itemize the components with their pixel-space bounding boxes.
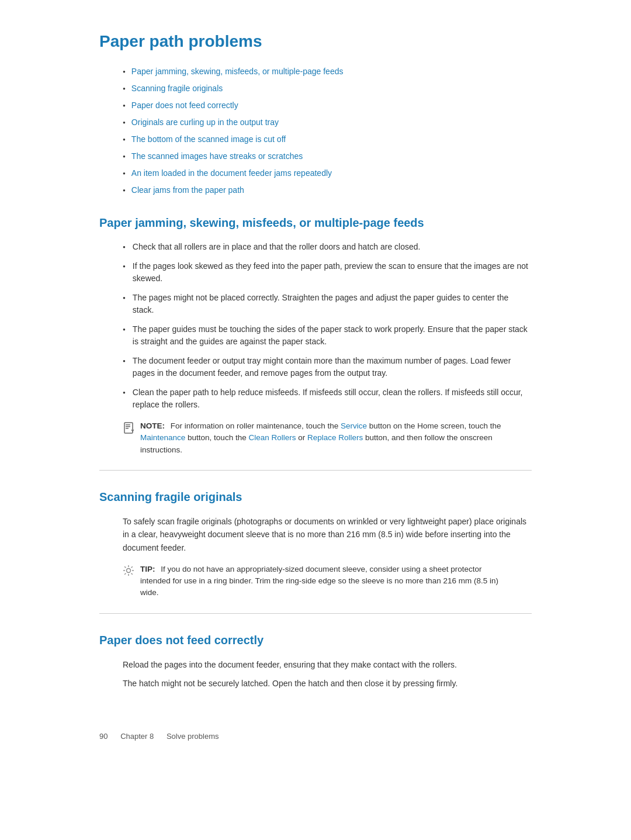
tip-sun-icon xyxy=(123,565,134,580)
bullet-text-2: If the pages look skewed as they feed in… xyxy=(133,260,532,285)
svg-rect-1 xyxy=(126,424,130,426)
toc-item-5: The bottom of the scanned image is cut o… xyxy=(123,133,532,146)
tip-inner: TIP: If you do not have an appropriately… xyxy=(123,564,508,599)
bullet-text-1: Check that all rollers are in place and … xyxy=(133,241,421,253)
note-label: NOTE: xyxy=(140,421,165,430)
tip-label: TIP: xyxy=(140,565,155,573)
note-text4: or xyxy=(298,433,307,442)
toc-link-2[interactable]: Scanning fragile originals xyxy=(131,82,223,95)
note-text3: button, touch the xyxy=(188,433,248,442)
section-title-scanning: Scanning fragile originals xyxy=(99,488,532,506)
svg-line-10 xyxy=(131,573,133,575)
footer-section: Solve problems xyxy=(167,732,219,741)
toc-item-1: Paper jamming, skewing, misfeeds, or mul… xyxy=(123,65,532,78)
footer-page-number: 90 xyxy=(99,732,108,741)
svg-line-9 xyxy=(124,566,126,568)
divider-1 xyxy=(99,470,532,471)
toc-link-7[interactable]: An item loaded in the document feeder ja… xyxy=(131,167,332,179)
svg-rect-0 xyxy=(124,423,133,433)
note-link-service[interactable]: Service xyxy=(341,421,367,430)
note-text2: button on the Home screen, touch the xyxy=(369,421,501,430)
bullet-item: Clean the paper path to help reduce misf… xyxy=(123,386,532,411)
note-inner: NOTE: For information on roller maintena… xyxy=(123,420,508,456)
toc-item-2: Scanning fragile originals xyxy=(123,82,532,95)
bullet-item: The document feeder or output tray might… xyxy=(123,355,532,379)
section-title-no-feed: Paper does not feed correctly xyxy=(99,631,532,649)
svg-rect-3 xyxy=(126,428,129,429)
toc-link-5[interactable]: The bottom of the scanned image is cut o… xyxy=(131,133,286,146)
no-feed-body2: The hatch might not be securely latched.… xyxy=(99,677,532,690)
toc-link-4[interactable]: Originals are curling up in the output t… xyxy=(131,116,279,129)
note-box: NOTE: For information on roller maintena… xyxy=(123,420,508,456)
svg-rect-2 xyxy=(126,426,130,427)
footer: 90 Chapter 8 Solve problems xyxy=(99,725,532,742)
svg-line-12 xyxy=(124,573,126,575)
toc-item-7: An item loaded in the document feeder ja… xyxy=(123,167,532,179)
note-content: NOTE: For information on roller maintena… xyxy=(140,420,508,456)
tip-content: TIP: If you do not have an appropriately… xyxy=(140,564,508,599)
note-link-replace-rollers[interactable]: Replace Rollers xyxy=(307,433,363,442)
jamming-bullet-list: Check that all rollers are in place and … xyxy=(99,241,532,411)
page-title: Paper path problems xyxy=(99,29,532,54)
toc-item-8: Clear jams from the paper path xyxy=(123,184,532,196)
bullet-item: The pages might not be placed correctly.… xyxy=(123,292,532,316)
bullet-item: If the pages look skewed as they feed in… xyxy=(123,260,532,285)
note-book-icon xyxy=(123,421,136,438)
no-feed-body1: Reload the pages into the document feede… xyxy=(99,658,532,671)
bullet-text-4: The paper guides must be touching the si… xyxy=(133,323,532,348)
toc-list: Paper jamming, skewing, misfeeds, or mul… xyxy=(99,65,532,196)
svg-point-4 xyxy=(127,568,131,572)
toc-item-6: The scanned images have streaks or scrat… xyxy=(123,150,532,163)
tip-text: If you do not have an appropriately-size… xyxy=(140,565,498,597)
note-text-before: For information on roller maintenance, t… xyxy=(171,421,341,430)
scanning-body: To safely scan fragile originals (photog… xyxy=(99,515,532,554)
bullet-item: Check that all rollers are in place and … xyxy=(123,241,532,253)
note-link-clean-rollers[interactable]: Clean Rollers xyxy=(248,433,296,442)
toc-item-3: Paper does not feed correctly xyxy=(123,99,532,112)
toc-link-6[interactable]: The scanned images have streaks or scrat… xyxy=(131,150,303,163)
toc-item-4: Originals are curling up in the output t… xyxy=(123,116,532,129)
tip-box: TIP: If you do not have an appropriately… xyxy=(123,564,508,599)
svg-line-11 xyxy=(131,566,133,568)
bullet-text-3: The pages might not be placed correctly.… xyxy=(133,292,532,316)
toc-link-1[interactable]: Paper jamming, skewing, misfeeds, or mul… xyxy=(131,65,344,78)
footer-chapter: Chapter 8 xyxy=(120,732,154,741)
note-link-maintenance[interactable]: Maintenance xyxy=(140,433,185,442)
section-title-jamming: Paper jamming, skewing, misfeeds, or mul… xyxy=(99,214,532,231)
divider-2 xyxy=(99,613,532,614)
bullet-item: The paper guides must be touching the si… xyxy=(123,323,532,348)
page-container: Paper path problems Paper jamming, skewi… xyxy=(64,0,567,777)
toc-link-8[interactable]: Clear jams from the paper path xyxy=(131,184,244,196)
bullet-text-5: The document feeder or output tray might… xyxy=(133,355,532,379)
bullet-text-6: Clean the paper path to help reduce misf… xyxy=(133,386,532,411)
toc-link-3[interactable]: Paper does not feed correctly xyxy=(131,99,238,112)
